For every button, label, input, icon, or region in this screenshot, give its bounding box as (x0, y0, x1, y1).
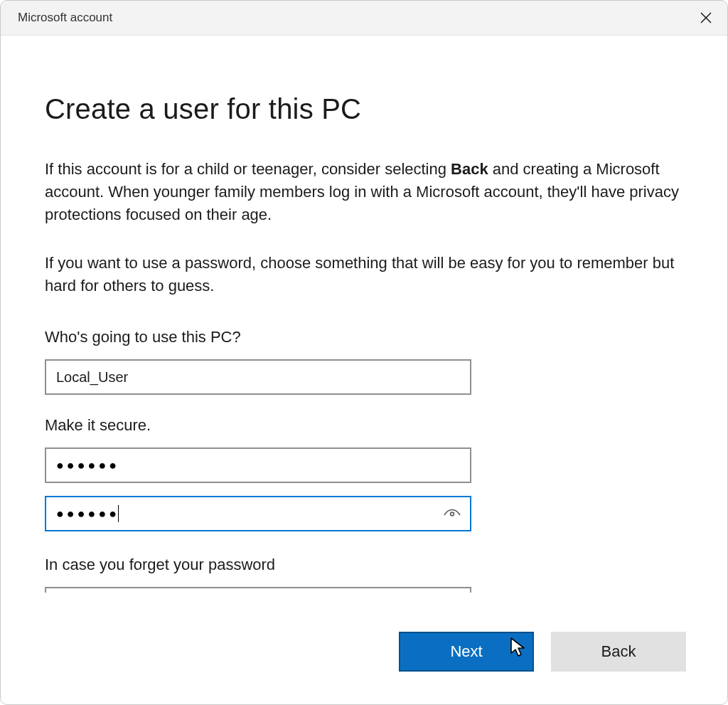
intro2: If you want to use a password, choose so… (45, 252, 683, 297)
close-icon (700, 12, 712, 23)
password-field-wrapper: ●●●●●● (45, 447, 471, 483)
next-button[interactable]: Next (399, 632, 534, 672)
intro1-bold: Back (451, 160, 488, 178)
confirm-password-input[interactable]: ●●●●●● (45, 496, 471, 531)
username-input[interactable] (45, 359, 471, 395)
close-button[interactable] (690, 2, 722, 33)
dialog-window: Microsoft account Create a user for this… (0, 0, 728, 705)
footer-buttons: Next Back (399, 632, 686, 672)
titlebar: Microsoft account (1, 1, 727, 36)
page-heading: Create a user for this PC (45, 93, 683, 125)
password-input[interactable]: ●●●●●● (45, 447, 471, 483)
back-button[interactable]: Back (551, 632, 686, 672)
username-label: Who's going to use this PC? (45, 328, 683, 346)
intro-text: If this account is for a child or teenag… (45, 158, 683, 297)
secure-label: Make it secure. (45, 416, 683, 435)
password-mask: ●●●●●● (56, 458, 119, 473)
security-question-select[interactable] (45, 587, 471, 593)
content-area: Create a user for this PC If this accoun… (45, 93, 683, 704)
intro1-pre: If this account is for a child or teenag… (45, 160, 451, 178)
window-title: Microsoft account (18, 11, 112, 25)
confirm-password-mask: ●●●●●● (56, 505, 119, 522)
reveal-password-icon[interactable] (443, 505, 461, 522)
text-caret (118, 505, 119, 522)
svg-point-2 (451, 513, 454, 516)
forgot-label: In case you forget your password (45, 556, 683, 574)
confirm-password-field-wrapper: ●●●●●● (45, 496, 471, 531)
